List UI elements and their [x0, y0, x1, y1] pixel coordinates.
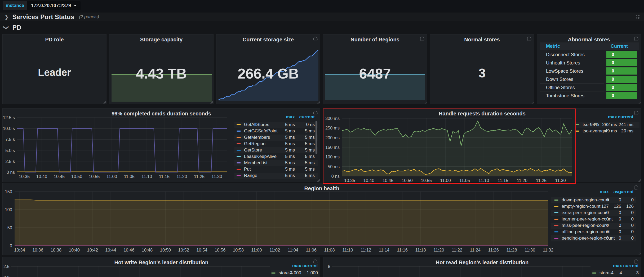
svg-text:10:46: 10:46	[123, 248, 134, 252]
svg-text:8: 8	[328, 264, 330, 269]
row-panel-count: (2 panels)	[79, 14, 99, 20]
svg-text:50: 50	[7, 225, 12, 230]
svg-text:10:50: 10:50	[402, 178, 412, 183]
svg-text:11:00: 11:00	[106, 174, 117, 179]
svg-text:10:54: 10:54	[196, 248, 207, 252]
topbar: instance 172.0.20.107:2379	[0, 0, 644, 12]
svg-text:11:18: 11:18	[415, 248, 426, 252]
stat-value: 6487	[323, 65, 427, 82]
svg-text:11:25: 11:25	[536, 178, 547, 183]
svg-text:10.0 s: 10.0 s	[3, 126, 15, 131]
svg-text:10:58: 10:58	[233, 248, 244, 252]
row-pd[interactable]: ❯ PD	[0, 23, 644, 32]
svg-text:11:20: 11:20	[517, 178, 527, 183]
table-cell-current: 0	[606, 76, 637, 83]
svg-text:10:45: 10:45	[383, 178, 393, 183]
table-row-separator	[540, 83, 604, 84]
table-row-separator	[540, 59, 604, 59]
panel-hot-write-leader-distribution: Hot write Region's leader distribution 2…	[2, 257, 320, 277]
table-row-metric: Down Stores	[546, 77, 573, 82]
svg-text:100: 100	[5, 207, 12, 212]
svg-text:150 ms: 150 ms	[325, 145, 340, 150]
svg-text:11:20: 11:20	[176, 174, 187, 179]
svg-text:11:06: 11:06	[306, 248, 317, 252]
svg-text:0 ns: 0 ns	[331, 174, 340, 179]
panel-completed-cmds-duration: 99% completed cmds duration seconds 10:3…	[2, 108, 320, 182]
table-cell-current: 0	[606, 92, 637, 99]
grafana-dashboard: instance 172.0.20.107:2379 ❯ Services Po…	[0, 0, 644, 277]
svg-text:11:10: 11:10	[141, 174, 152, 179]
panel-storage-capacity: Storage capacity 4.43 TB	[109, 34, 214, 104]
svg-text:150: 150	[5, 189, 12, 194]
svg-text:11:25: 11:25	[194, 174, 205, 179]
instance-dropdown[interactable]: 172.0.20.107:2379	[27, 1, 81, 10]
svg-text:0: 0	[10, 243, 12, 248]
svg-text:250 ms: 250 ms	[325, 125, 340, 130]
column-metric[interactable]: Metric	[546, 44, 560, 49]
stat-value: 4.43 TB	[109, 65, 213, 82]
panel-resize-handle[interactable]	[637, 100, 641, 103]
svg-text:10:35: 10:35	[19, 174, 30, 179]
svg-text:11:15: 11:15	[159, 174, 170, 179]
table-row-separator	[540, 75, 604, 75]
svg-text:10:42: 10:42	[87, 248, 98, 252]
row-title: PD	[12, 24, 21, 31]
svg-text:7.5 s: 7.5 s	[5, 137, 15, 142]
stat-value: Leader	[3, 67, 106, 78]
stat-value: 3	[430, 66, 534, 80]
svg-text:10:50: 10:50	[160, 248, 171, 252]
instance-value: 172.0.20.107:2379	[31, 3, 71, 8]
table-cell-current: 0	[606, 59, 637, 66]
table-row-metric: Disconnect Stores	[546, 52, 585, 58]
table-header: MetricCurrent	[540, 42, 639, 50]
svg-text:11:15: 11:15	[498, 178, 508, 183]
svg-text:11:02: 11:02	[269, 248, 280, 252]
time-series-plot[interactable]: 8	[323, 257, 641, 277]
row-services-port-status[interactable]: ❯ Services Port Status (2 panels)	[0, 13, 644, 21]
svg-text:11:10: 11:10	[478, 178, 489, 183]
svg-text:10:38: 10:38	[51, 248, 61, 252]
svg-text:10:40: 10:40	[36, 174, 47, 179]
svg-text:11:12: 11:12	[361, 248, 371, 252]
svg-text:11:00: 11:00	[251, 248, 262, 252]
panel-resize-handle[interactable]	[530, 100, 534, 103]
svg-text:10:40: 10:40	[69, 248, 80, 252]
svg-text:2.5 s: 2.5 s	[5, 159, 15, 164]
svg-text:11:20: 11:20	[433, 248, 444, 252]
table-cell-current: 0	[606, 67, 637, 75]
svg-text:11:26: 11:26	[488, 248, 499, 252]
panel-title[interactable]: Abnormal stores	[537, 37, 641, 43]
time-series-plot[interactable]: 10:3410:3610:3810:4010:4210:4410:4610:48…	[3, 183, 641, 255]
svg-text:11:05: 11:05	[124, 174, 135, 179]
table-row-metric: Unhealth Stores	[546, 60, 580, 66]
table-cell-current: 0	[606, 84, 637, 91]
svg-text:10:34: 10:34	[14, 248, 25, 252]
svg-text:200 ms: 200 ms	[325, 135, 340, 140]
panel-hot-read-leader-distribution: Hot read Region's leader distribution 8 …	[323, 257, 641, 277]
svg-text:11:30: 11:30	[211, 174, 222, 179]
column-current[interactable]: Current	[611, 44, 628, 49]
svg-text:2.5: 2.5	[3, 264, 10, 269]
table-row-metric: Offline Stores	[546, 85, 575, 90]
loading-spinner-icon	[527, 37, 531, 41]
time-series-plot[interactable]: 10:3510:4010:4510:5010:5511:0011:0511:10…	[3, 109, 321, 183]
row-drag-handle-icon[interactable]	[636, 15, 640, 19]
svg-text:11:16: 11:16	[397, 248, 408, 252]
svg-text:10:45: 10:45	[54, 174, 65, 179]
svg-text:11:32: 11:32	[543, 248, 553, 252]
svg-text:11:24: 11:24	[470, 248, 481, 252]
svg-text:10:55: 10:55	[89, 174, 100, 179]
svg-text:11:22: 11:22	[452, 248, 462, 252]
time-series-plot[interactable]: 10:3510:4010:4510:5010:5511:0011:0511:10…	[323, 109, 641, 183]
panel-region-health: Region health 10:3410:3610:3810:4010:421…	[2, 183, 641, 255]
svg-text:10:50: 10:50	[71, 174, 82, 179]
svg-text:5.0 s: 5.0 s	[5, 148, 15, 153]
table-row-metric: Tombstone Stores	[546, 93, 584, 99]
table-cell-current: 0	[606, 51, 637, 58]
svg-text:11:30: 11:30	[555, 178, 566, 183]
panel-resize-handle[interactable]	[103, 100, 106, 103]
panel-title[interactable]: PD role	[3, 37, 106, 43]
panel-title[interactable]: Normal stores	[430, 37, 534, 43]
svg-text:11:05: 11:05	[459, 178, 470, 183]
time-series-plot[interactable]: 2.52.0	[3, 257, 321, 277]
